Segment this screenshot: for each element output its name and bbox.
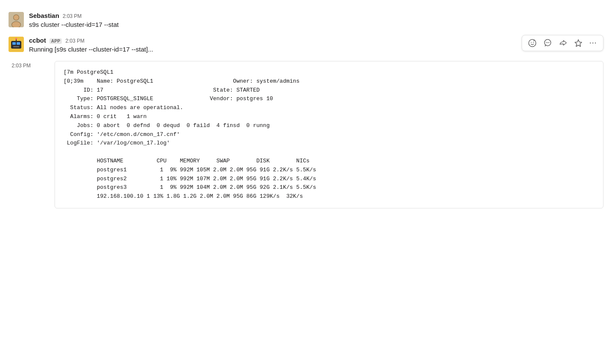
timestamp-sebastian: 2:03 PM (63, 13, 82, 19)
svg-rect-8 (17, 42, 20, 45)
reply-thread-button[interactable] (541, 37, 554, 49)
message-ccbot: ccbot APP 2:03 PM Running [s9s cluster -… (0, 33, 612, 58)
action-bar: ··· (522, 35, 603, 51)
message-header-ccbot: ccbot APP 2:03 PM (29, 37, 603, 44)
svg-point-17 (547, 42, 548, 43)
svg-point-3 (14, 15, 19, 20)
code-timestamp: 2:03 PM (9, 59, 34, 208)
message-text-ccbot: Running [s9s cluster --cluster-id=17 --s… (29, 45, 603, 55)
svg-rect-6 (11, 41, 21, 49)
forward-button[interactable] (556, 37, 570, 49)
message-content-sebastian: Sebastian 2:03 PM s9s cluster --cluster-… (29, 12, 603, 30)
svg-rect-9 (13, 46, 19, 47)
code-message-row: 2:03 PM [7m PostgreSQL1 [0;39m Name: Pos… (0, 58, 612, 210)
avatar-ccbot (9, 37, 24, 52)
code-block: [7m PostgreSQL1 [0;39m Name: PostgreSQL1… (55, 61, 603, 208)
more-actions-button[interactable]: ··· (587, 38, 600, 48)
message-sebastian: Sebastian 2:03 PM s9s cluster --cluster-… (0, 9, 612, 33)
svg-point-18 (548, 42, 549, 43)
emoji-reaction-button[interactable] (525, 37, 539, 49)
app-badge-ccbot: APP (49, 38, 62, 44)
svg-point-14 (533, 42, 534, 43)
timestamp-ccbot: 2:03 PM (65, 38, 84, 44)
svg-point-13 (531, 42, 532, 43)
message-header-sebastian: Sebastian 2:03 PM (29, 12, 603, 19)
message-text-sebastian: s9s cluster --cluster-id=17 --stat (29, 20, 603, 30)
svg-point-16 (546, 42, 547, 43)
svg-rect-7 (12, 42, 16, 45)
svg-point-11 (15, 38, 17, 40)
avatar-sebastian (9, 12, 24, 27)
username-ccbot: ccbot (29, 37, 46, 44)
message-content-ccbot: ccbot APP 2:03 PM Running [s9s cluster -… (29, 37, 603, 55)
username-sebastian: Sebastian (29, 12, 59, 19)
star-button[interactable] (572, 37, 585, 49)
